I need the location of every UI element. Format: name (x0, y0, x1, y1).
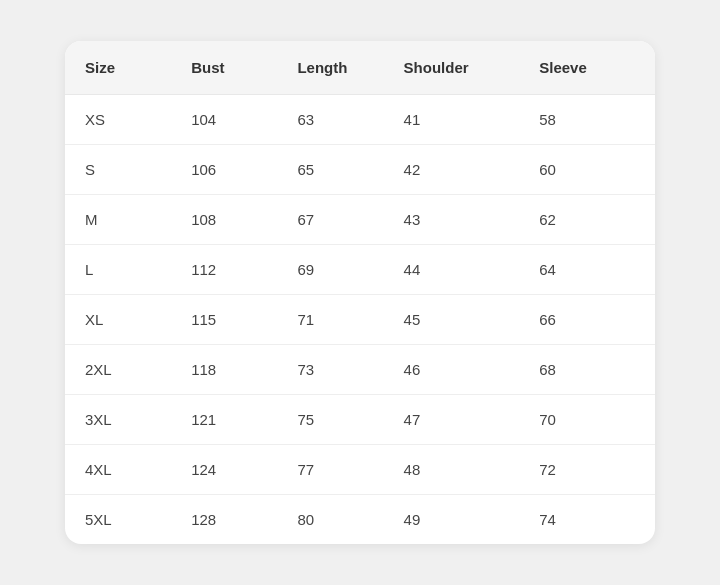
measurement-cell: 43 (384, 195, 520, 245)
measurement-cell: 72 (519, 445, 655, 495)
measurement-cell: 77 (277, 445, 383, 495)
table-row: 3XL121754770 (65, 395, 655, 445)
measurement-cell: 106 (171, 145, 277, 195)
measurement-cell: 41 (384, 95, 520, 145)
table-row: S106654260 (65, 145, 655, 195)
measurement-cell: 48 (384, 445, 520, 495)
column-header-bust: Bust (171, 41, 277, 95)
measurement-cell: 67 (277, 195, 383, 245)
measurement-cell: 42 (384, 145, 520, 195)
measurement-cell: 64 (519, 245, 655, 295)
table-row: 2XL118734668 (65, 345, 655, 395)
measurement-cell: 68 (519, 345, 655, 395)
measurement-cell: 71 (277, 295, 383, 345)
column-header-shoulder: Shoulder (384, 41, 520, 95)
measurement-cell: 118 (171, 345, 277, 395)
measurement-cell: 112 (171, 245, 277, 295)
table-row: L112694464 (65, 245, 655, 295)
measurement-cell: 49 (384, 495, 520, 545)
size-cell: M (65, 195, 171, 245)
measurement-cell: 44 (384, 245, 520, 295)
size-cell: S (65, 145, 171, 195)
table-header-row: SizeBustLengthShoulderSleeve (65, 41, 655, 95)
table-row: M108674362 (65, 195, 655, 245)
size-cell: 5XL (65, 495, 171, 545)
measurement-cell: 108 (171, 195, 277, 245)
measurement-cell: 63 (277, 95, 383, 145)
measurement-cell: 75 (277, 395, 383, 445)
table-row: 4XL124774872 (65, 445, 655, 495)
table-row: 5XL128804974 (65, 495, 655, 545)
size-cell: 4XL (65, 445, 171, 495)
size-cell: L (65, 245, 171, 295)
measurement-cell: 124 (171, 445, 277, 495)
measurement-cell: 115 (171, 295, 277, 345)
size-cell: 2XL (65, 345, 171, 395)
table-row: XL115714566 (65, 295, 655, 345)
measurement-cell: 73 (277, 345, 383, 395)
size-cell: XL (65, 295, 171, 345)
measurement-cell: 69 (277, 245, 383, 295)
size-chart-container: SizeBustLengthShoulderSleeve XS104634158… (65, 41, 655, 544)
measurement-cell: 60 (519, 145, 655, 195)
measurement-cell: 46 (384, 345, 520, 395)
measurement-cell: 128 (171, 495, 277, 545)
column-header-length: Length (277, 41, 383, 95)
measurement-cell: 66 (519, 295, 655, 345)
measurement-cell: 80 (277, 495, 383, 545)
column-header-sleeve: Sleeve (519, 41, 655, 95)
size-chart-table: SizeBustLengthShoulderSleeve XS104634158… (65, 41, 655, 544)
measurement-cell: 121 (171, 395, 277, 445)
measurement-cell: 62 (519, 195, 655, 245)
measurement-cell: 104 (171, 95, 277, 145)
measurement-cell: 58 (519, 95, 655, 145)
measurement-cell: 47 (384, 395, 520, 445)
column-header-size: Size (65, 41, 171, 95)
measurement-cell: 70 (519, 395, 655, 445)
size-cell: XS (65, 95, 171, 145)
measurement-cell: 74 (519, 495, 655, 545)
size-cell: 3XL (65, 395, 171, 445)
table-row: XS104634158 (65, 95, 655, 145)
measurement-cell: 65 (277, 145, 383, 195)
measurement-cell: 45 (384, 295, 520, 345)
